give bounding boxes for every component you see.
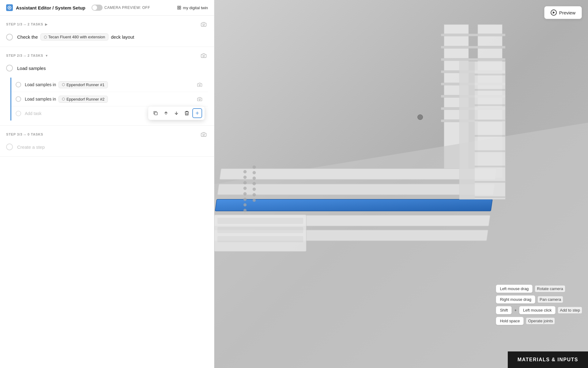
svg-rect-25: [220, 169, 497, 179]
step-2-header: STEP 2/3 -- 2 TASKS ▼: [0, 47, 214, 61]
camera-toggle-switch[interactable]: [92, 5, 103, 11]
step-3-header: STEP 3/3 -- 0 TASKS: [0, 126, 214, 140]
preview-label: Preview: [559, 10, 575, 15]
header-title-main: System Setup: [55, 5, 85, 10]
svg-rect-17: [441, 46, 505, 48]
left-mouse-drag-key: Left mouse drag: [496, 285, 533, 293]
digital-twin-link[interactable]: my digital twin: [177, 6, 208, 10]
svg-point-32: [243, 181, 247, 184]
svg-point-31: [243, 176, 247, 179]
step-1-task: Check the ⬡ Tecan Fluent 480 with extens…: [0, 30, 214, 47]
svg-rect-26: [217, 184, 495, 195]
tecan-badge[interactable]: ⬡ Tecan Fluent 480 with extension: [40, 33, 109, 40]
svg-rect-5: [179, 8, 181, 9]
right-mouse-drag-key: Right mouse drag: [496, 295, 535, 304]
svg-point-30: [243, 170, 247, 173]
eppendorf-2-badge[interactable]: ⬡ Eppendorf Runner #2: [58, 96, 108, 103]
svg-point-41: [253, 182, 256, 185]
camera-icon-3: [201, 132, 206, 137]
move-down-btn[interactable]: [172, 108, 181, 118]
move-up-btn[interactable]: [161, 108, 171, 118]
svg-point-38: [253, 166, 256, 169]
materials-label: MATERIALS & INPUTS: [518, 357, 578, 362]
camera-icon-s1: [197, 82, 202, 87]
subtask-1-radio[interactable]: [16, 82, 21, 87]
svg-point-40: [253, 177, 256, 180]
left-panel: Assistant Editor / System Setup CAMERA P…: [0, 0, 214, 368]
svg-rect-16: [441, 34, 505, 36]
right-mouse-drag-desc: Pan camera: [538, 296, 563, 303]
step-1-label: STEP 1/3 -- 2 TASKS ▶: [6, 22, 48, 26]
link-icon: [177, 6, 181, 10]
camera-toggle: CAMERA PREVIEW: OFF: [92, 5, 150, 11]
svg-rect-12: [155, 112, 157, 115]
svg-point-9: [199, 99, 201, 100]
add-btn[interactable]: +: [192, 108, 202, 118]
app-header: Assistant Editor / System Setup CAMERA P…: [0, 0, 214, 16]
hold-space-key: Hold space: [496, 317, 524, 325]
device-badge-icon: ⬡: [44, 35, 47, 39]
step-3-label: STEP 3/3 -- 0 TASKS: [6, 132, 43, 136]
step-2-camera-btn[interactable]: [199, 51, 208, 60]
materials-inputs-bar[interactable]: MATERIALS & INPUTS: [508, 351, 588, 368]
step-2-radio[interactable]: [6, 65, 13, 71]
eppendorf-1-badge[interactable]: ⬡ Eppendorf Runner #1: [58, 81, 108, 88]
svg-point-11: [203, 134, 204, 136]
floating-toolbar: +: [148, 106, 205, 120]
trash-icon: [185, 111, 189, 116]
svg-point-6: [203, 24, 204, 25]
arrow-down-icon: [174, 111, 179, 115]
control-row-3: Shift + Left mouse click Add to step: [496, 306, 582, 314]
svg-point-35: [243, 198, 247, 201]
subtask-1-camera[interactable]: [196, 81, 204, 89]
duplicate-icon: [153, 111, 158, 116]
svg-marker-55: [459, 61, 475, 199]
svg-point-42: [253, 188, 256, 191]
left-mouse-click-key: Left mouse click: [519, 306, 556, 314]
svg-point-43: [253, 193, 256, 196]
step-3-task-text: Create a step: [17, 144, 45, 150]
camera-label: CAMERA PREVIEW: OFF: [104, 6, 150, 10]
svg-rect-27: [215, 199, 492, 211]
svg-rect-4: [178, 8, 179, 9]
svg-point-33: [243, 187, 247, 190]
step-1-arrow: ▶: [45, 23, 48, 26]
right-panel[interactable]: Preview Left mouse drag Rotate camera Ri…: [214, 0, 588, 368]
subtask-2-camera[interactable]: [196, 95, 204, 103]
step-3-task: Create a step: [0, 140, 214, 156]
delete-btn[interactable]: [182, 108, 192, 118]
control-row-4: Hold space Operate joints: [496, 317, 582, 325]
svg-rect-58: [217, 227, 303, 233]
duplicate-btn[interactable]: [151, 108, 160, 118]
svg-point-37: [243, 209, 247, 212]
subtask-2-row: Load samples in ⬡ Eppendorf Runner #2: [11, 92, 208, 106]
app-logo: [6, 4, 13, 11]
svg-point-7: [203, 55, 204, 57]
camera-icon-s2: [197, 97, 202, 101]
control-row-2: Right mouse drag Pan camera: [496, 295, 582, 304]
plus-icon: +: [195, 110, 199, 116]
add-to-step-desc: Add to step: [558, 307, 582, 313]
step-3-radio[interactable]: [6, 144, 13, 150]
header-title: Assistant Editor / System Setup: [16, 5, 85, 10]
shift-key: Shift: [496, 306, 512, 314]
svg-rect-57: [217, 218, 303, 224]
svg-rect-3: [179, 6, 181, 7]
steps-content: STEP 1/3 -- 2 TASKS ▶ Check the ⬡ Teca: [0, 16, 214, 368]
preview-button[interactable]: Preview: [544, 6, 582, 19]
hold-space-desc: Operate joints: [526, 318, 555, 324]
add-task-radio[interactable]: [16, 111, 21, 116]
step-1-radio[interactable]: [6, 34, 13, 40]
step-3-camera-btn[interactable]: [199, 130, 208, 139]
left-mouse-drag-desc: Rotate camera: [535, 286, 565, 292]
svg-point-34: [243, 192, 247, 195]
step-3-section: STEP 3/3 -- 0 TASKS Create a step: [0, 126, 214, 157]
subtask-2-radio[interactable]: [16, 96, 21, 102]
svg-point-39: [253, 171, 256, 174]
digital-twin-text: my digital twin: [183, 6, 208, 10]
step-2-arrow: ▼: [45, 54, 48, 57]
svg-rect-2: [178, 6, 179, 7]
step-1-camera-btn[interactable]: [199, 20, 208, 29]
eppendorf-2-icon: ⬡: [62, 97, 65, 101]
svg-point-36: [243, 203, 247, 206]
